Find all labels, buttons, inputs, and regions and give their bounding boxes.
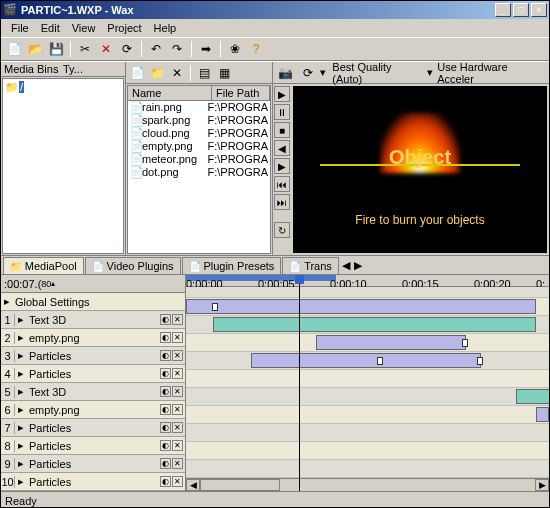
preview-object-text: Object — [389, 146, 451, 169]
tab-mediapool[interactable]: 📁 MediaPool — [3, 257, 84, 274]
spin-up-icon[interactable]: ▴ — [51, 279, 61, 288]
refresh-preview-icon[interactable]: ⟳ — [299, 64, 317, 82]
timeline-canvas[interactable]: 0:00:00 0:00:05 0:00:10 0:00:15 0:00:20 … — [186, 275, 549, 491]
preview-controls: ▶ ⏸ ■ ◀ ▶ ⏮ ⏭ ↻ — [273, 84, 291, 255]
track-label[interactable]: 3▸Particles◐✕ — [1, 347, 185, 365]
file-list[interactable]: Name File Path 📄rain.pngF:\PROGRA📄spark.… — [127, 85, 271, 254]
last-frame-icon[interactable]: ⏭ — [274, 194, 290, 210]
undo-icon[interactable]: ↶ — [147, 40, 165, 58]
file-row[interactable]: 📄dot.pngF:\PROGRA — [128, 166, 270, 179]
menubar: File Edit View Project Help — [1, 19, 549, 37]
new-icon[interactable]: 📄 — [5, 40, 23, 58]
track-label[interactable]: 2▸empty.png◐✕ — [1, 329, 185, 347]
tree-root[interactable]: 📁/ — [5, 81, 121, 94]
save-icon[interactable]: 💾 — [47, 40, 65, 58]
tab-next[interactable]: ▶ — [352, 259, 364, 272]
loop-icon[interactable]: ↻ — [274, 222, 290, 238]
playhead[interactable] — [299, 275, 300, 491]
file-list-pane: 📄 📁 ✕ ▤ ▦ Name File Path 📄rain.pngF:\PRO… — [126, 62, 273, 255]
expand-icon[interactable]: ▸ — [1, 295, 13, 308]
quality-label[interactable]: Best Quality (Auto) — [332, 61, 423, 85]
menu-project[interactable]: Project — [101, 21, 147, 35]
main-toolbar: 📄 📂 💾 ✂ ✕ ⟳ ↶ ↷ ➡ ❀ ? — [1, 37, 549, 61]
remove-icon[interactable]: ✕ — [168, 64, 186, 82]
tab-trans[interactable]: 📄 Trans — [282, 257, 339, 274]
prev-frame-icon[interactable]: ◀ — [274, 140, 290, 156]
refresh-icon[interactable]: ⟳ — [118, 40, 136, 58]
tab-video-plugins[interactable]: 📄 Video Plugins — [85, 257, 181, 274]
tracks-area[interactable] — [186, 298, 549, 478]
open-icon[interactable]: 📂 — [26, 40, 44, 58]
clip[interactable] — [536, 407, 549, 422]
track-label[interactable]: 9▸Particles◐✕ — [1, 455, 185, 473]
status-text: Ready — [5, 495, 37, 507]
media-bins-pane: Media Bins Ty... 📁/ — [1, 62, 126, 255]
timeline-time: :00:07.( 80 ▴ — [1, 275, 185, 293]
help-icon[interactable]: ? — [247, 40, 265, 58]
mediabins-tree[interactable]: 📁/ — [2, 78, 124, 254]
clip[interactable] — [213, 317, 536, 332]
hw-accel-label[interactable]: Use Hardware Acceler — [437, 61, 545, 85]
track-label[interactable]: 6▸empty.png◐✕ — [1, 401, 185, 419]
menu-file[interactable]: File — [5, 21, 35, 35]
play-icon[interactable]: ▶ — [274, 86, 290, 102]
statusbar: Ready — [1, 491, 549, 508]
delete-icon[interactable]: ✕ — [97, 40, 115, 58]
preview-toolbar: 📷 ⟳ ▾ Best Quality (Auto) ▾ Use Hardware… — [273, 62, 549, 84]
first-frame-icon[interactable]: ⏮ — [274, 176, 290, 192]
track-label[interactable]: 7▸Particles◐✕ — [1, 419, 185, 437]
list-view-icon[interactable]: ▤ — [195, 64, 213, 82]
settings-icon[interactable]: ❀ — [226, 40, 244, 58]
tab-plugin-presets[interactable]: 📄 Plugin Presets — [182, 257, 282, 274]
clip[interactable] — [251, 353, 481, 368]
clip[interactable] — [316, 335, 466, 350]
tab-prev[interactable]: ◀ — [340, 259, 352, 272]
menu-help[interactable]: Help — [148, 21, 183, 35]
stop-icon[interactable]: ■ — [274, 122, 290, 138]
col-path[interactable]: File Path — [212, 86, 270, 100]
file-row[interactable]: 📄cloud.pngF:\PROGRA — [128, 127, 270, 140]
clip[interactable] — [186, 299, 536, 314]
timeline-tracks-panel: :00:07.( 80 ▴ ▸ Global Settings 1▸Text 3… — [1, 275, 186, 491]
track-label[interactable]: 1▸Text 3D◐✕ — [1, 311, 185, 329]
track-label[interactable]: 8▸Particles◐✕ — [1, 437, 185, 455]
add-file-icon[interactable]: 📄 — [128, 64, 146, 82]
menu-view[interactable]: View — [66, 21, 102, 35]
track-label[interactable]: 10▸Particles◐✕ — [1, 473, 185, 491]
preview-caption: Fire to burn your objects — [355, 213, 484, 227]
camera-icon[interactable]: 📷 — [277, 64, 295, 82]
close-button[interactable]: × — [531, 3, 547, 17]
mediabins-header: Media Bins — [4, 63, 63, 75]
cut-icon[interactable]: ✂ — [76, 40, 94, 58]
file-row[interactable]: 📄spark.pngF:\PROGRA — [128, 114, 270, 127]
timeline-ruler[interactable]: 0:00:00 0:00:05 0:00:10 0:00:15 0:00:20 … — [186, 275, 549, 287]
file-row[interactable]: 📄rain.pngF:\PROGRA — [128, 101, 270, 114]
track-label[interactable]: 4▸Particles◐✕ — [1, 365, 185, 383]
h-scrollbar[interactable]: ◀▶ — [186, 478, 549, 491]
minimize-button[interactable]: _ — [495, 3, 511, 17]
timeline: :00:07.( 80 ▴ ▸ Global Settings 1▸Text 3… — [1, 275, 549, 491]
titlebar: 🎬 PARTIC~1.WXP - Wax _ □ × — [1, 1, 549, 19]
file-row[interactable]: 📄empty.pngF:\PROGRA — [128, 140, 270, 153]
time-spinner[interactable]: 80 — [41, 279, 51, 289]
preview-pane: 📷 ⟳ ▾ Best Quality (Auto) ▾ Use Hardware… — [273, 62, 549, 255]
track-label[interactable]: 5▸Text 3D◐✕ — [1, 383, 185, 401]
mediabins-type-header: Ty... — [63, 63, 122, 75]
maximize-button[interactable]: □ — [513, 3, 529, 17]
app-icon: 🎬 — [3, 3, 17, 17]
window-title: PARTIC~1.WXP - Wax — [21, 4, 493, 16]
redo-icon[interactable]: ↷ — [168, 40, 186, 58]
bottom-tabs: 📁 MediaPool 📄 Video Plugins 📄 Plugin Pre… — [1, 255, 549, 275]
grid-view-icon[interactable]: ▦ — [215, 64, 233, 82]
menu-edit[interactable]: Edit — [35, 21, 66, 35]
pause-icon[interactable]: ⏸ — [274, 104, 290, 120]
global-settings-row[interactable]: ▸ Global Settings — [1, 293, 185, 311]
clip[interactable] — [516, 389, 549, 404]
add-folder-icon[interactable]: 📁 — [148, 64, 166, 82]
col-name[interactable]: Name — [128, 86, 212, 100]
next-frame-icon[interactable]: ▶ — [274, 158, 290, 174]
filelist-toolbar: 📄 📁 ✕ ▤ ▦ — [126, 62, 272, 84]
current-time: :00:07.( — [4, 278, 41, 290]
render-icon[interactable]: ➡ — [197, 40, 215, 58]
file-row[interactable]: 📄meteor.pngF:\PROGRA — [128, 153, 270, 166]
